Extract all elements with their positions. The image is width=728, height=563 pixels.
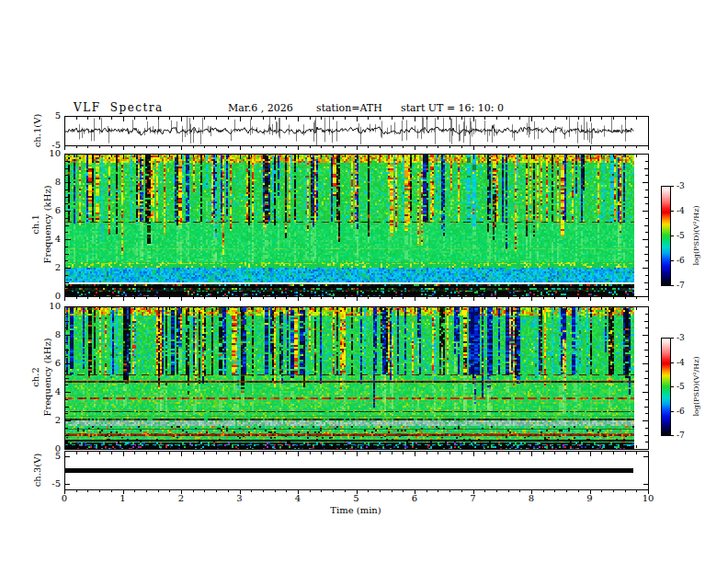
colorbar-2 bbox=[661, 338, 670, 435]
x-tick-4: 4 bbox=[286, 493, 310, 504]
x-tick-8: 8 bbox=[519, 493, 543, 504]
ch1-wave-ytick-5: 5 bbox=[39, 110, 61, 121]
x-tick-6: 6 bbox=[403, 493, 427, 504]
spec1-ytick-8: 8 bbox=[39, 177, 61, 188]
x-tick-9: 9 bbox=[578, 493, 602, 504]
date-label: Mar.6 , 2026 bbox=[228, 102, 293, 114]
start-ut-label: start UT = 16: 10: 0 bbox=[401, 102, 504, 114]
ch3-ytick--5: -5 bbox=[39, 478, 61, 489]
colorbar-1 bbox=[661, 186, 670, 285]
spec1-ytick-10: 10 bbox=[39, 148, 61, 159]
station-label: station=ATH bbox=[316, 102, 382, 114]
spec2-channel-label: ch.2 bbox=[30, 367, 40, 387]
spec1-frequency-label: Frequency (kHz) bbox=[42, 185, 52, 263]
ch3-ytick-5: 5 bbox=[39, 451, 61, 462]
ch1-spectrogram-plot bbox=[64, 154, 648, 296]
x-tick-1: 1 bbox=[111, 493, 135, 504]
x-tick-10: 10 bbox=[636, 493, 660, 504]
colorbar-2-unit-label: log(PSD)(V²/Hz) bbox=[692, 356, 700, 416]
colorbar-1-unit-label: log(PSD)(V²/Hz) bbox=[692, 205, 700, 265]
colorbar2-tick--5: -5 bbox=[677, 382, 685, 391]
spec2-ytick-2: 2 bbox=[39, 415, 61, 426]
x-tick-2: 2 bbox=[169, 493, 193, 504]
colorbar1-tick--5: -5 bbox=[677, 231, 685, 240]
colorbar2-tick--6: -6 bbox=[677, 407, 685, 416]
colorbar2-tick--3: -3 bbox=[677, 333, 685, 342]
spec2-ytick-6: 6 bbox=[39, 358, 61, 369]
spec2-ytick-8: 8 bbox=[39, 329, 61, 340]
x-tick-3: 3 bbox=[228, 493, 252, 504]
spec1-ytick-6: 6 bbox=[39, 205, 61, 216]
colorbar2-tick--7: -7 bbox=[677, 431, 685, 440]
colorbar2-tick--4: -4 bbox=[677, 358, 685, 367]
vlf-spectra-figure: VLF Spectra Mar.6 , 2026 station=ATH sta… bbox=[0, 0, 728, 563]
spec2-ytick-4: 4 bbox=[39, 386, 61, 397]
figure-title: VLF Spectra bbox=[74, 101, 164, 114]
colorbar1-tick--7: -7 bbox=[677, 281, 685, 290]
spec1-ytick-4: 4 bbox=[39, 234, 61, 245]
colorbar1-tick--3: -3 bbox=[677, 181, 685, 190]
x-tick-7: 7 bbox=[461, 493, 485, 504]
ch2-spectrogram-plot bbox=[64, 306, 648, 449]
ch3-waveform-plot bbox=[64, 451, 648, 489]
x-tick-0: 0 bbox=[52, 493, 76, 504]
x-tick-5: 5 bbox=[345, 493, 369, 504]
spec1-channel-label: ch.1 bbox=[30, 214, 40, 235]
spec2-frequency-label: Frequency (kHz) bbox=[42, 338, 52, 416]
colorbar1-tick--4: -4 bbox=[677, 206, 685, 215]
ch1-waveform-plot bbox=[64, 116, 648, 145]
spec1-ytick-2: 2 bbox=[39, 262, 61, 273]
spec2-ytick-10: 10 bbox=[39, 301, 61, 312]
x-axis-title: Time (min) bbox=[319, 505, 392, 516]
colorbar1-tick--6: -6 bbox=[677, 256, 685, 265]
